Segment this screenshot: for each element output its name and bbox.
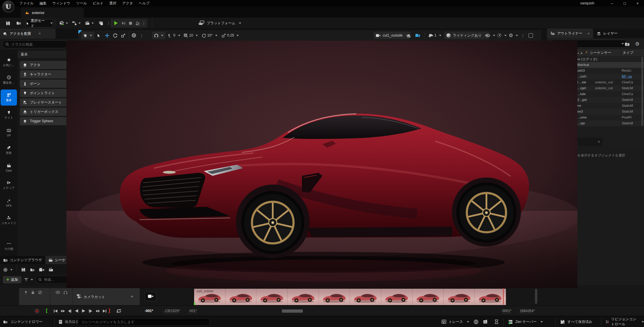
- frame-skip-button[interactable]: [120, 19, 127, 27]
- console-input-box[interactable]: [78, 318, 210, 326]
- add-track-button[interactable]: + 追加: [3, 276, 21, 283]
- revision-control-dropdown[interactable]: リビジョンコントロール: [606, 316, 644, 327]
- transform-options-dots[interactable]: ⋮: [140, 32, 144, 39]
- current-frame[interactable]: -001*: [145, 309, 153, 313]
- close-icon[interactable]: ×: [39, 32, 41, 36]
- step-forward-button[interactable]: [88, 308, 94, 314]
- render-movie-icon[interactable]: [49, 268, 53, 272]
- content-drawer-button[interactable]: コンテンツドロワー: [3, 316, 42, 327]
- play-button[interactable]: [112, 19, 120, 27]
- insights-session-icon[interactable]: [474, 316, 479, 327]
- platforms-dropdown[interactable]: プラットフォーム: [198, 19, 241, 27]
- scale-snap-control[interactable]: 0.25: [222, 32, 239, 39]
- minimize-button[interactable]: –: [605, 0, 618, 6]
- browse-content-button[interactable]: [14, 19, 23, 27]
- console-input[interactable]: [80, 320, 207, 324]
- category-geometry[interactable]: ジオメトリ: [1, 212, 17, 228]
- lock-camera-button[interactable]: [144, 292, 157, 301]
- eject-camera-button[interactable]: [406, 32, 411, 39]
- category-favorites[interactable]: お気に…: [1, 54, 17, 70]
- rotate-tool[interactable]: [113, 32, 118, 39]
- dial-settings-dropdown[interactable]: [497, 32, 507, 39]
- level-viewport[interactable]: [66, 41, 577, 288]
- add-actor-dropdown[interactable]: [58, 19, 69, 27]
- viewport-options-dots[interactable]: ⋮: [521, 32, 525, 39]
- record-button[interactable]: [34, 308, 40, 314]
- to-end-button[interactable]: [102, 308, 108, 314]
- playhead-line[interactable]: [503, 285, 504, 305]
- camera-speed-control[interactable]: 1: [428, 32, 441, 39]
- timeline-scrollbar[interactable]: [282, 309, 303, 313]
- close-icon[interactable]: ×: [598, 140, 600, 144]
- next-key-button[interactable]: [95, 308, 101, 314]
- profiler-icon[interactable]: [483, 316, 488, 327]
- add-section-plus-icon[interactable]: +: [131, 294, 133, 299]
- show-flags-dropdown[interactable]: [485, 32, 495, 39]
- menu-item[interactable]: ツール: [73, 0, 90, 6]
- step-back-button[interactable]: [67, 308, 72, 314]
- zen-server-dropdown[interactable]: Zen サーバー: [508, 316, 543, 327]
- select-tool[interactable]: [96, 32, 100, 39]
- tab-layers[interactable]: レイヤー: [593, 29, 621, 38]
- hourglass-icon[interactable]: [495, 316, 498, 327]
- snap-rotator-dropdown[interactable]: [152, 32, 165, 39]
- new-folder-button[interactable]: [623, 40, 631, 47]
- select-mode-dropdown[interactable]: 選択モード: [25, 19, 53, 27]
- range-end-bracket[interactable]: ]: [108, 307, 110, 314]
- place-actors-tab[interactable]: アクタを配置 ×: [0, 29, 56, 39]
- playback-start-marker[interactable]: [194, 302, 195, 305]
- eye-icon[interactable]: [56, 290, 60, 294]
- lock-icon[interactable]: [31, 290, 35, 295]
- play-forward-button[interactable]: [81, 308, 87, 314]
- surface-snap-control[interactable]: 0: [168, 32, 180, 39]
- menu-item[interactable]: ビルド: [90, 0, 106, 6]
- play-options-dots[interactable]: ⋮: [142, 19, 146, 27]
- maximize-button[interactable]: □: [618, 0, 631, 6]
- editor-modes-button[interactable]: [96, 19, 105, 27]
- class-search-box[interactable]: [2, 40, 68, 48]
- pin-icon[interactable]: [24, 290, 28, 295]
- close-icon[interactable]: ×: [588, 32, 590, 36]
- tab-exterior[interactable]: exterior: [21, 8, 84, 18]
- camera-dropdown[interactable]: cut1_outside: [374, 32, 410, 39]
- working-range-end[interactable]: 0001*: [502, 309, 511, 313]
- loop-button[interactable]: [115, 308, 123, 314]
- stop-button[interactable]: [127, 19, 134, 27]
- category-recent[interactable]: 最近使…: [1, 72, 17, 88]
- view-range-end[interactable]: 2684354*: [520, 309, 535, 313]
- previous-key-button[interactable]: [60, 308, 65, 314]
- trace-dropdown[interactable]: トレース: [441, 316, 469, 327]
- sequencer-camera-button[interactable]: [39, 268, 44, 272]
- save-button[interactable]: [4, 19, 12, 27]
- camera-cuts-label[interactable]: カメラカット: [84, 295, 105, 300]
- outliner-settings-gear-icon[interactable]: ⚙: [633, 40, 641, 47]
- menu-item[interactable]: ヘルプ: [136, 0, 153, 6]
- output-log-button[interactable]: 出力ログ: [58, 316, 79, 327]
- menu-item[interactable]: 選択: [106, 0, 119, 6]
- world-coordinate-icon[interactable]: [132, 32, 136, 39]
- scale-tool[interactable]: [121, 32, 125, 39]
- camera-cut-filmstrip[interactable]: cut1_outside: [194, 288, 506, 305]
- cinematics-dropdown[interactable]: [84, 19, 95, 27]
- category-vp[interactable]: VP: [1, 125, 17, 141]
- viewport-mode-dropdown[interactable]: [81, 32, 94, 39]
- working-range-start[interactable]: -001*: [189, 309, 197, 313]
- category-cine[interactable]: Cine: [1, 160, 17, 176]
- menu-item[interactable]: アクタ: [119, 0, 136, 6]
- pilot-camera-icon[interactable]: [415, 32, 420, 39]
- headphones-icon[interactable]: [63, 290, 68, 294]
- menu-item[interactable]: 編集: [37, 0, 49, 6]
- move-tool[interactable]: [105, 32, 110, 39]
- category-lights[interactable]: ライト: [1, 107, 17, 123]
- range-start-bracket[interactable]: [: [46, 307, 48, 314]
- close-button[interactable]: ×: [631, 0, 644, 6]
- column-sequencer[interactable]: シーケンサー: [590, 50, 611, 55]
- tab-outliner[interactable]: アウトライナー ×: [547, 29, 593, 38]
- tab-sequencer[interactable]: シーケ: [45, 256, 69, 264]
- class-search-input[interactable]: [11, 42, 65, 47]
- blueprints-dropdown[interactable]: [71, 19, 82, 27]
- category-shapes[interactable]: 形状: [1, 142, 17, 158]
- camera-cuts-track[interactable]: カメラカット +: [19, 288, 140, 305]
- maximize-viewport-button[interactable]: [529, 32, 533, 39]
- category-misc[interactable]: その他: [1, 238, 17, 254]
